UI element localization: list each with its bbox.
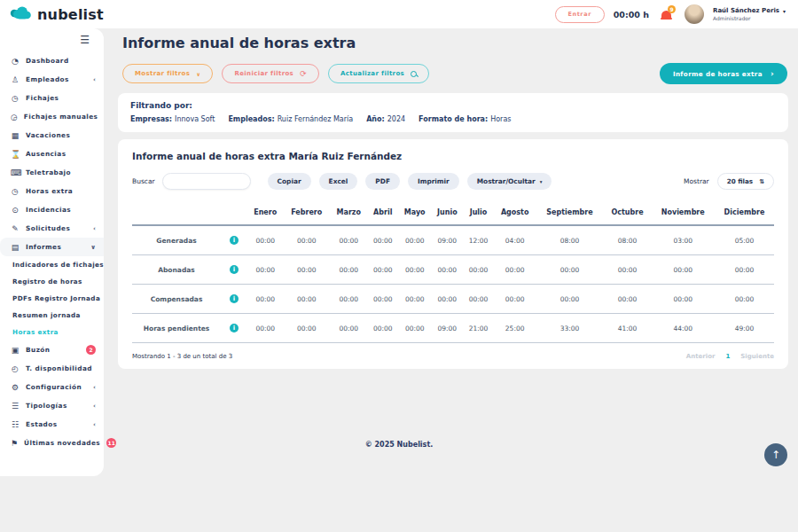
sidebar-subitem-resumen-jornada[interactable]: Resumen jornada xyxy=(0,307,104,324)
show-rows-label: Mostrar xyxy=(684,177,709,185)
sidebar-item-empleados[interactable]: ♙Empleados‹ xyxy=(0,70,104,89)
report-title: Informe anual de horas extra María Ruiz … xyxy=(132,151,774,161)
sort-arrows-icon: ⇅ xyxy=(759,178,764,185)
cell: 09:00 xyxy=(431,225,463,255)
sidebar-item-solicitudes[interactable]: ✎Solicitudes‹ xyxy=(0,219,104,238)
sidebar-item-label: Fichajes xyxy=(26,94,59,102)
sidebar-item-estados[interactable]: ☷Estados‹ xyxy=(0,415,104,434)
filter-criterion-formato-de-hora: Formato de hora:Horas xyxy=(419,115,511,123)
pdf-button[interactable]: PDF xyxy=(365,173,400,190)
cell: 00:00 xyxy=(330,314,367,343)
sidebar-subitem-pdfs-registro-jornada[interactable]: PDFs Registro Jornada xyxy=(0,290,104,307)
copiar-button[interactable]: Copiar xyxy=(268,173,311,190)
info-icon[interactable]: i xyxy=(230,324,239,332)
rows-per-page-select[interactable]: 20 filas ⇅ xyxy=(717,173,774,190)
sidebar-item-configuracion[interactable]: ⚙Configuración‹ xyxy=(0,378,104,396)
sidebar-subitem-registro-de-horas[interactable]: Registro de horas xyxy=(0,273,104,290)
cell: 00:00 xyxy=(247,225,283,255)
filter-criterion-empleados: Empleados:Ruiz Fernández María xyxy=(228,115,353,123)
cell: 12:00 xyxy=(463,225,494,255)
row-label: Compensadas xyxy=(132,285,221,314)
search-input[interactable] xyxy=(162,173,251,190)
cell: 00:00 xyxy=(283,285,330,314)
calendar-icon: ▦ xyxy=(11,131,20,140)
report-table: EneroFebreroMarzoAbrilMayoJunioJulioAgos… xyxy=(132,203,774,343)
sidebar-item-vacaciones[interactable]: ▦Vacaciones xyxy=(0,126,104,145)
criterion-label: Empleados: xyxy=(228,115,274,123)
pagination-page-1[interactable]: 1 xyxy=(725,353,730,360)
cell: 00:00 xyxy=(247,255,283,285)
sidebar-item-label: Informes xyxy=(26,243,61,251)
row-label: Abonadas xyxy=(132,255,221,285)
column-header-febrero: Febrero xyxy=(283,203,330,225)
column-header-mayo: Mayo xyxy=(398,203,431,225)
table-header: EneroFebreroMarzoAbrilMayoJunioJulioAgos… xyxy=(132,203,774,225)
sidebar-subitem-horas-extra[interactable]: Horas extra xyxy=(0,324,104,340)
sidebar-item-informes[interactable]: ▤Informes∨ xyxy=(0,238,104,256)
column-header-abril: Abril xyxy=(367,203,398,225)
sidebar-item-label: Dashboard xyxy=(26,57,69,65)
column-header-marzo: Marzo xyxy=(330,203,367,225)
login-button[interactable]: Entrar xyxy=(555,6,605,23)
report-card: Informe anual de horas extra María Ruiz … xyxy=(118,139,788,369)
filtering-title: Filtrando por: xyxy=(130,101,776,110)
cell: 00:00 xyxy=(494,255,536,285)
sidebar-item-buzon[interactable]: ▣Buzón2 xyxy=(0,340,104,359)
sidebar-nav: ◔Dashboard♙Empleados‹◷Fichajes◶Fichajes … xyxy=(0,51,104,452)
info-icon[interactable]: i xyxy=(230,265,239,274)
chevron-left-icon: ‹ xyxy=(93,421,96,428)
sidebar-item-tipologias[interactable]: ☰Tipologías‹ xyxy=(0,396,104,415)
reset-filters-button[interactable]: Reiniciar filtros ⟳ xyxy=(222,64,319,83)
cell: 00:00 xyxy=(367,255,398,285)
overtime-report-button[interactable]: Informe de horas extra › xyxy=(660,63,787,84)
brand-logo[interactable]: nubelist xyxy=(9,5,104,24)
cell: 04:00 xyxy=(494,225,536,255)
search-icon xyxy=(411,71,417,77)
chevron-right-icon: › xyxy=(771,69,774,78)
button-label: Imprimir xyxy=(418,177,450,185)
scroll-to-top-button[interactable]: ↑ xyxy=(764,443,787,466)
imprimir-button[interactable]: Imprimir xyxy=(408,173,459,190)
worked-time: 00:00 h xyxy=(614,10,649,20)
criterion-value: 2024 xyxy=(387,115,405,123)
row-info-cell: i xyxy=(221,285,247,314)
sidebar-item-t-disponibilidad[interactable]: ◴T. disponibilidad xyxy=(0,359,104,378)
excel-button[interactable]: Excel xyxy=(319,173,358,190)
chevron-left-icon: ‹ xyxy=(93,76,96,83)
update-filters-button[interactable]: Actualizar filtros xyxy=(328,64,429,83)
show-filters-button[interactable]: Mostrar filtros ∨ xyxy=(122,64,213,83)
info-icon[interactable]: i xyxy=(230,294,239,303)
notifications-bell-icon[interactable]: 9 xyxy=(661,8,673,20)
mostrar-ocultar-button[interactable]: Mostrar/Ocultar▾ xyxy=(467,173,552,190)
sidebar-item-label: Teletrabajo xyxy=(26,168,71,176)
sidebar-item-teletrabajo[interactable]: ⌨Teletrabajo xyxy=(0,163,104,182)
clock-icon: ◷ xyxy=(11,187,20,196)
report-icon: ▤ xyxy=(11,243,20,252)
user-menu[interactable]: Raúl Sánchez Peris ▾ Administrador xyxy=(713,7,786,21)
sidebar-item-incidencias[interactable]: ⊙Incidencias xyxy=(0,200,104,219)
table-row-horas-pendientes: Horas pendientesi00:0000:0000:0000:0000:… xyxy=(132,314,774,343)
criterion-label: Empresas: xyxy=(130,115,172,123)
criterion-value: Horas xyxy=(490,115,511,123)
avatar[interactable] xyxy=(685,4,704,24)
chevron-down-icon: ▾ xyxy=(783,8,786,15)
cell: 00:00 xyxy=(330,255,367,285)
sidebar-item-dashboard[interactable]: ◔Dashboard xyxy=(0,51,104,70)
sidebar-subitem-indicadores-de-fichajes[interactable]: Indicadores de fichajes xyxy=(0,256,104,273)
hamburger-menu-icon[interactable]: ☰ xyxy=(0,34,104,46)
pagination-next[interactable]: Siguiente xyxy=(740,353,774,360)
sidebar-item-ausencias[interactable]: ⌛Ausencias xyxy=(0,145,104,163)
info-icon[interactable]: i xyxy=(230,236,239,245)
chevron-left-icon: ‹ xyxy=(93,403,96,410)
pagination-prev[interactable]: Anterior xyxy=(686,353,716,360)
sidebar-item-label: Últimas novedades xyxy=(24,439,100,447)
cell: 00:00 xyxy=(431,255,463,285)
sidebar-item-label: T. disponibilidad xyxy=(26,364,92,372)
sidebar-item-horas-extra[interactable]: ◷Horas extra xyxy=(0,182,104,200)
sidebar-item-ultimas-novedades[interactable]: ⚑Últimas novedades11 xyxy=(0,434,104,452)
cell: 00:00 xyxy=(652,285,715,314)
sidebar-item-fichajes[interactable]: ◷Fichajes xyxy=(0,89,104,107)
sidebar-item-fichajes-manuales[interactable]: ◶Fichajes manuales xyxy=(0,107,104,126)
main-content: Informe anual de horas extra Mostrar fil… xyxy=(104,28,798,532)
employees-icon: ♙ xyxy=(11,75,20,84)
